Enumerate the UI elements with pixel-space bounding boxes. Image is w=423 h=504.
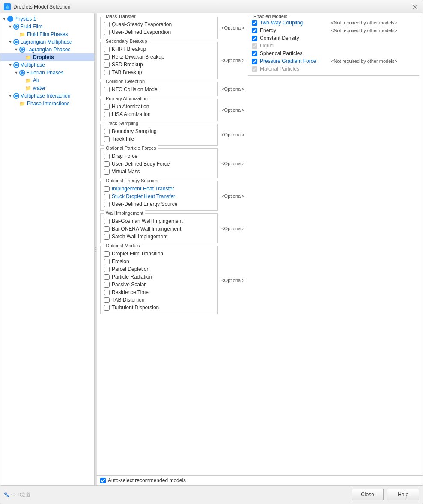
sidebar-item-water[interactable]: ▶ 📁 water — [0, 84, 94, 92]
material-particles-label: Material Particles — [260, 66, 328, 72]
secondary-breakup-optional: <Optional> — [221, 58, 244, 63]
ntc-collision-model-checkbox[interactable] — [104, 87, 110, 92]
residence-time-checkbox[interactable] — [104, 290, 110, 295]
droplet-film-transition-checkbox[interactable] — [104, 251, 110, 257]
ssd-breakup-checkbox[interactable] — [104, 62, 110, 68]
parcel-depletion-checkbox[interactable] — [104, 267, 110, 272]
primary-atomization-content: Huh Atomization LISA Atomization — [104, 103, 214, 118]
passive-scalar-checkbox[interactable] — [104, 282, 110, 288]
khrt-breakup-checkbox[interactable] — [104, 47, 110, 52]
user-defined-evaporation-checkbox[interactable] — [104, 30, 110, 35]
sidebar-item-fluid-film[interactable]: ▼ Fluid Film — [0, 23, 94, 30]
sidebar-item-physics1[interactable]: ▼ Physics 1 — [0, 15, 94, 23]
satoh-wall-impingement-checkbox[interactable] — [104, 234, 110, 240]
sidebar-item-label: Phase Interactions — [27, 101, 69, 107]
sidebar-item-eulerian-phases[interactable]: ▼ Eulerian Phases — [0, 69, 94, 77]
watermark: 🐾 CED之道 — [4, 492, 30, 498]
optional-particle-forces-optional: <Optional> — [221, 161, 244, 166]
boundary-sampling-checkbox[interactable] — [104, 129, 110, 134]
parcel-depletion-label: Parcel Depletion — [112, 266, 149, 272]
mass-transfer-content: Quasi-Steady Evaporation User-Defined Ev… — [104, 21, 214, 36]
help-button[interactable]: Help — [387, 489, 419, 500]
bottom-bar: Auto-select recommended models — [97, 475, 423, 485]
erosion-row: Erosion — [104, 258, 214, 265]
satoh-wall-impingement-label: Satoh Wall Impingement — [112, 234, 167, 240]
erosion-checkbox[interactable] — [104, 259, 110, 264]
energy-not-required: <Not required by other models> — [331, 28, 397, 33]
impingement-heat-transfer-label: Impingement Heat Transfer — [112, 186, 174, 192]
bai-gosman-wall-impingement-checkbox[interactable] — [104, 219, 110, 224]
collision-detection-section: Collision Detection NTC Collision Model — [100, 82, 218, 96]
tab-breakup-checkbox[interactable] — [104, 70, 110, 75]
collision-detection-title: Collision Detection — [104, 79, 146, 84]
reitz-diwakar-breakup-row: Reitz-Diwakar Breakup — [104, 53, 214, 61]
collision-detection-content: NTC Collision Model — [104, 86, 214, 93]
energy-row: Energy <Not required by other models> — [252, 27, 415, 34]
reitz-diwakar-breakup-checkbox[interactable] — [104, 54, 110, 60]
optional-energy-sources-section: Optional Energy Sources Impingement Heat… — [100, 181, 218, 211]
user-defined-energy-source-checkbox[interactable] — [104, 202, 110, 207]
constant-density-label: Constant Density — [260, 35, 328, 41]
sidebar-item-lagrangian-multiphase[interactable]: ▼ Lagrangian Multiphase — [0, 38, 94, 46]
drag-force-checkbox[interactable] — [104, 154, 110, 159]
secondary-breakup-row: Secondary Breakup KHRT Breakup Reitz-Diw… — [100, 42, 244, 79]
two-way-coupling-checkbox[interactable] — [252, 20, 257, 26]
sidebar-item-air[interactable]: ▶ 📁 Air — [0, 77, 94, 84]
material-particles-row: Material Particles — [252, 65, 415, 73]
user-defined-body-force-checkbox[interactable] — [104, 161, 110, 167]
material-particles-checkbox[interactable] — [252, 66, 257, 72]
quasi-steady-evaporation-checkbox[interactable] — [104, 22, 110, 27]
lisa-atomization-checkbox[interactable] — [104, 112, 110, 117]
constant-density-checkbox[interactable] — [252, 36, 257, 41]
folder-icon: 📁 — [19, 101, 25, 107]
droplet-film-transition-label: Droplet Film Transition — [112, 251, 163, 257]
bai-gosman-wall-impingement-label: Bai-Gosman Wall Impingement — [112, 218, 183, 224]
virtual-mass-checkbox[interactable] — [104, 169, 110, 175]
impingement-heat-transfer-checkbox[interactable] — [104, 186, 110, 192]
bai-onera-wall-impingement-checkbox[interactable] — [104, 226, 110, 232]
window-close-button[interactable]: ✕ — [411, 3, 419, 11]
residence-time-row: Residence Time — [104, 288, 214, 296]
sidebar-item-phase-interactions[interactable]: ▶ 📁 Phase Interactions — [0, 100, 94, 107]
pressure-gradient-force-row: Pressure Gradient Force <Not required by… — [252, 57, 415, 65]
app-icon: 💧 — [4, 3, 11, 10]
turbulent-dispersion-row: Turbulent Dispersion — [104, 304, 214, 311]
energy-checkbox[interactable] — [252, 28, 257, 33]
boundary-sampling-row: Boundary Sampling — [104, 127, 214, 135]
tab-distortion-checkbox[interactable] — [104, 297, 110, 303]
sidebar-item-multiphase-interaction[interactable]: ▼ Multiphase Interaction — [0, 92, 94, 100]
drag-force-label: Drag Force — [112, 153, 137, 159]
virtual-mass-row: Virtual Mass — [104, 168, 214, 175]
turbulent-dispersion-checkbox[interactable] — [104, 305, 110, 311]
wall-impingement-section: Wall Impingement Bai-Gosman Wall Impinge… — [100, 213, 218, 243]
stuck-droplet-heat-transfer-checkbox[interactable] — [104, 194, 110, 199]
ssd-breakup-row: SSD Breakup — [104, 61, 214, 68]
optional-models-content: Droplet Film Transition Erosion Parcel D… — [104, 250, 214, 311]
tab-breakup-row: TAB Breakup — [104, 68, 214, 76]
collision-detection-optional: <Optional> — [221, 86, 244, 92]
track-file-checkbox[interactable] — [104, 136, 110, 142]
erosion-label: Erosion — [112, 258, 129, 264]
track-sampling-optional: <Optional> — [221, 132, 244, 137]
folder-icon: 📁 — [25, 78, 31, 83]
spherical-particles-checkbox[interactable] — [252, 51, 257, 56]
passive-scalar-label: Passive Scalar — [112, 282, 146, 288]
mass-transfer-row: Mass Transfer Quasi-Steady Evaporation U… — [100, 17, 244, 39]
particle-radiation-label: Particle Radiation — [112, 274, 152, 280]
user-defined-body-force-row: User-Defined Body Force — [104, 160, 214, 168]
circle-icon — [19, 47, 25, 53]
sidebar-item-multiphase[interactable]: ▼ Multiphase — [0, 61, 94, 69]
wall-impingement-title: Wall Impingement — [104, 210, 145, 216]
huh-atomization-checkbox[interactable] — [104, 104, 110, 110]
sidebar-item-droplets[interactable]: ▶ 📁 Droplets — [0, 53, 94, 61]
particle-radiation-checkbox[interactable] — [104, 274, 110, 280]
main-content: ▼ Physics 1 ▼ Fluid Film ▶ 📁 Fluid Film … — [0, 13, 423, 485]
liquid-checkbox[interactable] — [252, 43, 257, 49]
close-button[interactable]: Close — [352, 489, 384, 500]
pressure-gradient-force-checkbox[interactable] — [252, 59, 257, 64]
expand-icon: ▼ — [7, 93, 13, 99]
sidebar-item-lagrangian-phases[interactable]: ▼ Lagrangian Phases — [0, 46, 94, 53]
quasi-steady-evaporation-label: Quasi-Steady Evaporation — [112, 21, 172, 27]
sidebar-item-fluid-film-phases[interactable]: ▶ 📁 Fluid Film Phases — [0, 30, 94, 38]
auto-select-checkbox[interactable] — [100, 478, 106, 483]
